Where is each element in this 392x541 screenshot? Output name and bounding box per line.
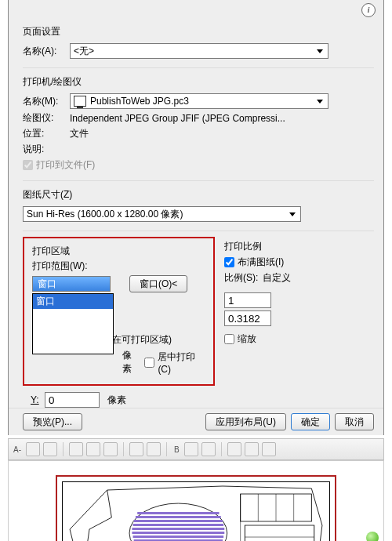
svg-rect-10 xyxy=(132,532,224,534)
apply-button[interactable]: 应用到布局(U) xyxy=(205,413,286,430)
svg-rect-11 xyxy=(133,536,224,538)
shrink-checkbox[interactable] xyxy=(224,334,234,344)
unit-label: 像素 xyxy=(122,349,140,376)
toolbar-chip[interactable]: A- xyxy=(12,445,23,454)
range-option[interactable]: 窗口 xyxy=(33,294,113,309)
printer-name-combo[interactable]: PublishToWeb JPG.pc3 xyxy=(70,93,328,109)
toolbar-icon[interactable] xyxy=(201,442,216,456)
chevron-down-icon xyxy=(289,212,296,216)
toolbar-icon[interactable] xyxy=(86,442,100,456)
offset-note: 在可打印区域) xyxy=(112,333,172,347)
paper-size-value: Sun Hi-Res (1600.00 x 1280.00 像素) xyxy=(27,208,183,221)
svg-rect-2 xyxy=(245,525,314,541)
center-print-label: 居中打印(C) xyxy=(158,350,205,375)
svg-rect-8 xyxy=(133,524,224,526)
page-name-combo[interactable]: <无> xyxy=(70,43,328,59)
toolbar-icon[interactable] xyxy=(69,442,83,456)
paper-title: 图纸尺寸(Z) xyxy=(23,188,374,202)
ratio-label: 比例(S): xyxy=(224,271,258,285)
paper-size-combo[interactable]: Sun Hi-Res (1600.00 x 1280.00 像素) xyxy=(23,206,301,222)
cad-toolbar: A- B xyxy=(8,438,384,460)
shrink-label: 缩放 xyxy=(238,332,256,346)
svg-rect-9 xyxy=(132,528,224,530)
range-combo[interactable]: 窗口 窗口 范围 图形界限 显示 xyxy=(32,276,111,292)
dialog-buttons: 预览(P)... 应用到布局(U) 确定 取消 xyxy=(9,408,383,430)
shrink-check[interactable]: 缩放 xyxy=(224,332,256,346)
y-label: Y: xyxy=(31,394,45,405)
info-icon[interactable]: i xyxy=(361,3,376,17)
toolbar-icon[interactable] xyxy=(184,442,198,456)
toolbar-icon[interactable] xyxy=(227,442,241,456)
page-name-label: 名称(A): xyxy=(23,45,70,58)
range-dropdown: 窗口 范围 图形界限 显示 xyxy=(32,293,114,354)
area-title: 打印区域 xyxy=(32,245,205,258)
preview-canvas xyxy=(8,460,384,541)
svg-rect-7 xyxy=(134,520,223,522)
fit-paper-checkbox[interactable] xyxy=(224,257,234,267)
scale-title: 打印比例 xyxy=(224,234,374,253)
svg-rect-5 xyxy=(137,512,219,514)
fit-paper-label: 布满图纸(I) xyxy=(238,256,284,269)
desc-label: 说明: xyxy=(23,143,70,156)
preview-button[interactable]: 预览(P)... xyxy=(23,413,82,430)
plotter-label: 绘图仪: xyxy=(23,111,70,125)
print-to-file-check: 打印到文件(F) xyxy=(23,158,95,172)
page-name-value: <无> xyxy=(74,45,94,58)
toolbar-icon[interactable] xyxy=(262,442,276,456)
ratio-value: 自定义 xyxy=(263,271,291,285)
floor-plan xyxy=(62,481,330,541)
page-setup-title: 页面设置 xyxy=(23,25,374,38)
group-page-setup: 页面设置 名称(A): <无> xyxy=(23,5,374,68)
print-to-file-checkbox xyxy=(23,160,33,170)
status-dot-icon xyxy=(366,532,379,541)
printer-name-value: PublishToWeb JPG.pc3 xyxy=(90,96,189,107)
toolbar-icon[interactable] xyxy=(147,442,161,456)
plotter-icon xyxy=(74,96,86,107)
chevron-down-icon xyxy=(317,49,323,53)
toolbar-icon[interactable] xyxy=(245,442,259,456)
center-print-checkbox[interactable] xyxy=(144,358,154,368)
range-option[interactable]: 范围 xyxy=(33,309,113,324)
range-label: 打印范围(W): xyxy=(32,260,205,273)
group-paper: 图纸尺寸(Z) Sun Hi-Res (1600.00 x 1280.00 像素… xyxy=(23,183,374,231)
print-to-file-label: 打印到文件(F) xyxy=(36,158,95,172)
fit-paper-check[interactable]: 布满图纸(I) xyxy=(224,256,284,269)
toolbar-icon[interactable] xyxy=(43,442,57,456)
scale-num2-input[interactable] xyxy=(224,310,271,326)
toolbar-icon[interactable] xyxy=(103,442,118,456)
window-pick-button[interactable]: 窗口(O)< xyxy=(129,275,187,292)
plotter-value: Independent JPEG Group JFIF (JPEG Compre… xyxy=(70,113,285,124)
chevron-down-icon xyxy=(317,100,323,103)
range-option[interactable]: 图形界限 xyxy=(33,324,113,339)
unit-label-2: 像素 xyxy=(107,394,126,407)
location-label: 位置: xyxy=(23,127,70,140)
location-value: 文件 xyxy=(70,127,89,140)
printer-name-label: 名称(M): xyxy=(23,95,70,108)
scale-num1-input[interactable] xyxy=(224,292,271,308)
print-area-highlight: 打印区域 打印范围(W): 窗口 窗口 范围 图形界限 显示 xyxy=(23,237,215,386)
cancel-button[interactable]: 取消 xyxy=(335,413,374,430)
ok-button[interactable]: 确定 xyxy=(291,413,330,430)
y-input[interactable] xyxy=(45,392,100,408)
toolbar-icon[interactable] xyxy=(26,442,40,456)
print-sheet-outline xyxy=(56,475,336,541)
toolbar-chip[interactable]: B xyxy=(172,445,181,454)
range-selected: 窗口 xyxy=(38,278,56,291)
group-printer: 打印机/绘图仪 名称(M): PublishToWeb JPG.pc3 绘图仪:… xyxy=(23,71,374,181)
toolbar-icon[interactable] xyxy=(129,442,143,456)
range-option[interactable]: 显示 xyxy=(33,339,113,354)
svg-rect-6 xyxy=(136,516,221,518)
center-print-check[interactable]: 居中打印(C) xyxy=(144,350,205,375)
printer-title: 打印机/绘图仪 xyxy=(23,75,374,89)
